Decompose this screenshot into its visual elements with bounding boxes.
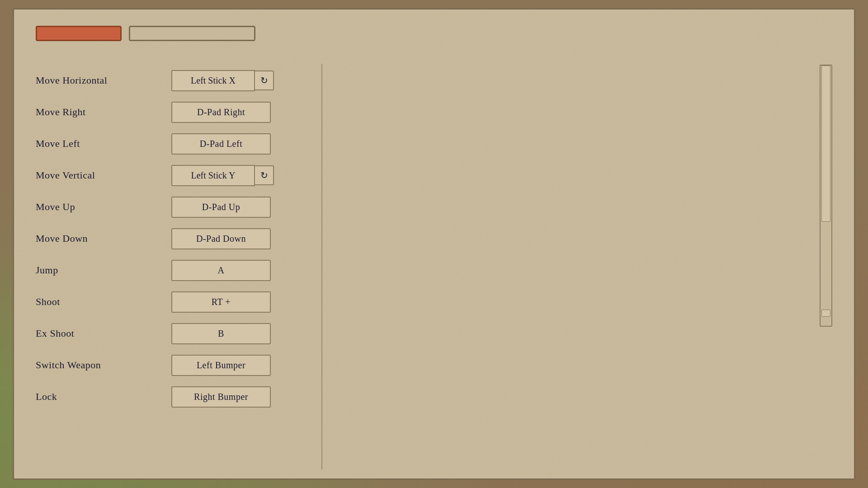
- binding-row: Move LeftD-Pad Left: [36, 128, 832, 160]
- key-binding-button[interactable]: Right Bumper: [171, 386, 271, 408]
- binding-row: Ex ShootB: [36, 318, 832, 349]
- key-binding-button[interactable]: B: [171, 323, 271, 344]
- action-label: Move Up: [36, 201, 171, 213]
- action-label: Switch Weapon: [36, 359, 171, 371]
- bindings-list: Move HorizontalLeft Stick X↻Move RightD-…: [36, 65, 832, 462]
- binding-row: ShootRT +: [36, 286, 832, 318]
- cycle-binding-icon[interactable]: ↻: [255, 165, 274, 185]
- binding-row: Move HorizontalLeft Stick X↻: [36, 65, 832, 96]
- key-binding-button[interactable]: D-Pad Left: [171, 133, 271, 155]
- action-label: Move Horizontal: [36, 75, 171, 86]
- key-binding-button[interactable]: Left Stick Y: [171, 165, 255, 186]
- action-label: Move Down: [36, 233, 171, 244]
- binding-row: Move UpD-Pad Up: [36, 191, 832, 223]
- bindings-container: Move HorizontalLeft Stick X↻Move RightD-…: [36, 65, 832, 462]
- action-label: Move Right: [36, 106, 171, 118]
- top-buttons: [36, 26, 832, 41]
- key-binding-with-icon: Left Stick X↻: [171, 70, 274, 91]
- scrollbar-bottom-thumb[interactable]: [821, 310, 830, 317]
- key-binding-button[interactable]: D-Pad Right: [171, 102, 271, 123]
- binding-row: Switch WeaponLeft Bumper: [36, 349, 832, 381]
- settings-panel: Move HorizontalLeft Stick X↻Move RightD-…: [13, 8, 855, 480]
- scrollbar-track[interactable]: [820, 65, 832, 327]
- key-binding-button[interactable]: D-Pad Up: [171, 197, 271, 218]
- cycle-binding-icon[interactable]: ↻: [255, 70, 274, 90]
- action-label: Lock: [36, 391, 171, 403]
- restore-defaults-button[interactable]: [129, 26, 255, 41]
- binding-row: Move DownD-Pad Down: [36, 223, 832, 254]
- binding-row: Move RightD-Pad Right: [36, 96, 832, 128]
- binding-row: Move VerticalLeft Stick Y↻: [36, 160, 832, 191]
- key-binding-button[interactable]: Left Bumper: [171, 355, 271, 376]
- action-label: Jump: [36, 264, 171, 276]
- binding-row: JumpA: [36, 254, 832, 286]
- key-binding-button[interactable]: Left Stick X: [171, 70, 255, 91]
- vertical-divider: [321, 64, 322, 469]
- key-binding-button[interactable]: RT +: [171, 291, 271, 313]
- key-binding-button[interactable]: D-Pad Down: [171, 228, 271, 249]
- key-binding-with-icon: Left Stick Y↻: [171, 165, 274, 186]
- action-label: Move Vertical: [36, 169, 171, 181]
- action-label: Move Left: [36, 138, 171, 150]
- key-binding-button[interactable]: A: [171, 260, 271, 281]
- action-label: Ex Shoot: [36, 328, 171, 339]
- done-button[interactable]: [36, 26, 122, 41]
- scrollbar-thumb[interactable]: [821, 66, 830, 222]
- binding-row: LockRight Bumper: [36, 381, 832, 413]
- content-area: Move HorizontalLeft Stick X↻Move RightD-…: [14, 9, 854, 479]
- action-label: Shoot: [36, 296, 171, 308]
